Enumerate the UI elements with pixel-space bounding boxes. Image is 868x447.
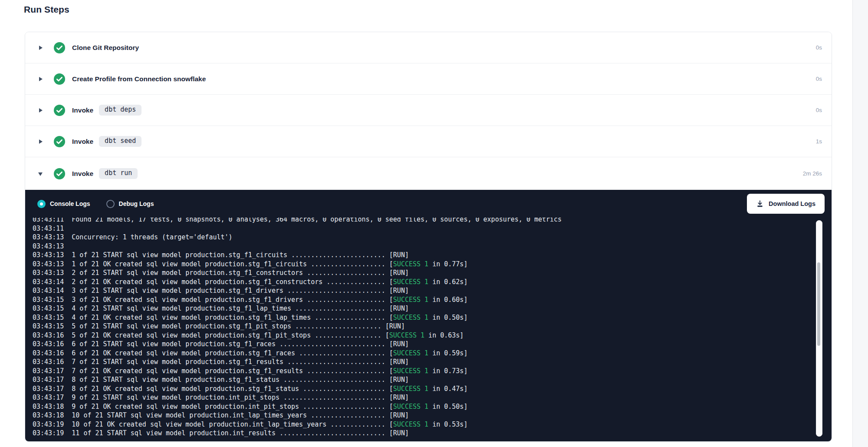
- step-label: Clone Git Repository: [72, 44, 139, 52]
- log-line: 03:43:16 5 of 21 OK created sql view mod…: [33, 331, 832, 340]
- step-row[interactable]: Clone Git Repository 0s: [25, 32, 832, 63]
- step-list: Clone Git Repository 0s Create Profile f…: [25, 32, 832, 190]
- step-command-chip: dbt deps: [99, 105, 141, 116]
- step-row[interactable]: Invoke dbt deps 0s: [25, 95, 832, 126]
- page-title: Run Steps: [24, 4, 69, 15]
- log-line: 03:43:17 8 of 21 START sql view model pr…: [33, 375, 832, 384]
- log-line: 03:43:19 10 of 21 OK created sql view mo…: [33, 420, 832, 429]
- caret-icon[interactable]: [38, 139, 43, 144]
- log-line: 03:43:16 6 of 21 OK created sql view mod…: [33, 349, 832, 358]
- log-line: 03:43:15 5 of 21 START sql view model pr…: [33, 322, 832, 331]
- status-success-icon: [54, 168, 65, 179]
- log-scrollbar-thumb[interactable]: [817, 262, 820, 346]
- step-duration: 0s: [816, 44, 822, 51]
- download-logs-button[interactable]: Download Logs: [747, 194, 825, 214]
- console-logs-radio[interactable]: Console Logs: [37, 200, 90, 208]
- log-line: 03:43:18 10 of 21 START sql view model p…: [33, 411, 832, 420]
- log-line: 03:43:19 11 of 21 START sql view model p…: [33, 429, 832, 438]
- log-panel: Console Logs Debug Logs Download Logs 03…: [25, 190, 832, 441]
- log-line: 03:43:15 4 of 21 OK created sql view mod…: [33, 313, 832, 322]
- step-row[interactable]: Create Profile from Connection snowflake…: [25, 63, 832, 95]
- log-line: 03:43:18 9 of 21 OK created sql view mod…: [33, 402, 832, 411]
- step-row[interactable]: Invoke dbt seed 1s: [25, 126, 832, 157]
- log-line: 03:43:11: [33, 224, 832, 233]
- log-line: 03:43:14 3 of 21 START sql view model pr…: [33, 286, 832, 295]
- log-panel-header: Console Logs Debug Logs Download Logs: [25, 190, 832, 218]
- log-line: 03:43:17 9 of 21 START sql view model pr…: [33, 393, 832, 402]
- caret-icon[interactable]: [38, 171, 43, 176]
- step-command-chip: dbt seed: [99, 136, 141, 147]
- log-line: 03:43:17 8 of 21 OK created sql view mod…: [33, 384, 832, 394]
- log-line: 03:43:15 3 of 21 OK created sql view mod…: [33, 295, 832, 305]
- log-line: 03:43:13 Concurrency: 1 threads (target=…: [33, 233, 832, 242]
- radio-selected-icon: [37, 200, 46, 208]
- status-success-icon: [54, 73, 65, 85]
- step-label: Invoke: [72, 170, 93, 178]
- step-duration: 0s: [816, 76, 822, 82]
- log-line: 03:43:16 7 of 21 START sql view model pr…: [33, 358, 832, 367]
- status-success-icon: [54, 136, 65, 147]
- step-duration: 1s: [816, 138, 822, 145]
- step-label: Create Profile from Connection snowflake: [72, 75, 206, 83]
- download-icon: [756, 200, 764, 208]
- log-line: 03:43:13: [33, 242, 832, 251]
- log-line: 03:43:16 6 of 21 START sql view model pr…: [33, 340, 832, 349]
- caret-icon[interactable]: [38, 45, 43, 50]
- log-line: 03:43:15 4 of 21 START sql view model pr…: [33, 304, 832, 313]
- status-success-icon: [54, 42, 65, 53]
- log-line: 03:43:17 7 of 21 OK created sql view mod…: [33, 367, 832, 376]
- step-command-chip: dbt run: [99, 168, 138, 179]
- debug-logs-label: Debug Logs: [119, 200, 154, 207]
- caret-icon[interactable]: [38, 76, 43, 82]
- page-right-gutter: [852, 0, 868, 447]
- debug-logs-radio[interactable]: Debug Logs: [106, 200, 154, 208]
- step-row[interactable]: Invoke dbt run 2m 26s: [25, 157, 832, 190]
- log-scrollbar-track[interactable]: [816, 220, 822, 437]
- step-label: Invoke: [72, 106, 93, 114]
- caret-icon[interactable]: [38, 108, 43, 113]
- step-label: Invoke: [72, 138, 93, 146]
- log-line: 03:43:11 Found 21 models, 17 tests, 0 sn…: [33, 218, 832, 224]
- step-duration: 2m 26s: [803, 170, 822, 177]
- status-success-icon: [54, 105, 65, 116]
- log-line: 03:43:13 1 of 21 START sql view model pr…: [33, 251, 832, 260]
- radio-unselected-icon: [106, 200, 115, 208]
- step-duration: 0s: [816, 107, 822, 113]
- download-logs-label: Download Logs: [769, 200, 815, 207]
- log-line: 03:43:13 2 of 21 START sql view model pr…: [33, 268, 832, 278]
- run-steps-card: Clone Git Repository 0s Create Profile f…: [25, 32, 832, 442]
- log-line: 03:43:14 2 of 21 OK created sql view mod…: [33, 278, 832, 287]
- log-line: 03:43:13 1 of 21 OK created sql view mod…: [33, 260, 832, 269]
- console-log-output[interactable]: 03:43:11 Found 21 models, 17 tests, 0 sn…: [25, 218, 832, 441]
- console-logs-label: Console Logs: [50, 200, 90, 207]
